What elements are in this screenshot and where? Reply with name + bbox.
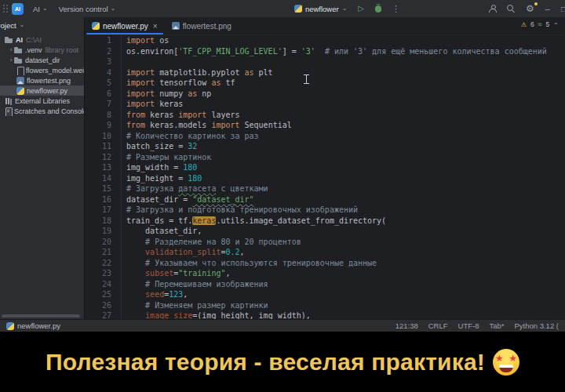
- line-number[interactable]: 27: [85, 310, 111, 319]
- chevron-right-icon[interactable]: ›: [8, 57, 14, 64]
- code-text: # Размеры картинок: [111, 152, 211, 163]
- line-number[interactable]: 19: [85, 226, 111, 237]
- code-line[interactable]: 12# Размеры картинок: [85, 152, 565, 163]
- line-number[interactable]: 17: [85, 205, 111, 216]
- code-line[interactable]: 1import os: [85, 35, 565, 46]
- minimize-button[interactable]: –: [540, 0, 556, 17]
- code-text: # Изменяем размер картинки: [111, 300, 268, 311]
- code-line[interactable]: 19 dataset_dir,: [85, 226, 565, 237]
- code-line[interactable]: 23 subset="training",: [85, 268, 565, 279]
- collapse-icon[interactable]: ⌄: [553, 21, 559, 28]
- main-toolbar: AI AI ⌄ Version control ⌄ newflower ⌄ ▷ …: [0, 0, 565, 17]
- code-text: from keras import layers: [111, 110, 240, 121]
- line-number[interactable]: 2: [85, 46, 111, 57]
- chevron-right-icon[interactable]: ›: [8, 47, 14, 53]
- tree-item-scratches[interactable]: Scratches and Consoles: [0, 106, 84, 116]
- debug-button[interactable]: [370, 0, 387, 17]
- code-line[interactable]: 22 # Указываем что используются трениров…: [85, 258, 565, 269]
- code-line[interactable]: 10# Количество картинок за раз: [85, 131, 565, 142]
- tree-item-dataset-dir[interactable]: › dataset_dir: [0, 55, 84, 65]
- line-number[interactable]: 15: [85, 183, 111, 194]
- code-line[interactable]: 24 # Перемешиваем изображения: [85, 279, 565, 290]
- line-number[interactable]: 26: [85, 300, 111, 311]
- line-number[interactable]: 13: [85, 162, 111, 173]
- line-number[interactable]: 22: [85, 258, 111, 269]
- code-text: import tensorflow as tf: [111, 78, 235, 89]
- python-interpreter[interactable]: Python 3.12 (: [514, 321, 559, 330]
- maximize-button[interactable]: □: [556, 0, 565, 17]
- project-menu[interactable]: AI ⌄: [27, 0, 53, 17]
- line-number[interactable]: 14: [85, 173, 111, 184]
- line-number[interactable]: 11: [85, 141, 111, 152]
- line-number[interactable]: 10: [85, 131, 111, 142]
- line-number[interactable]: 6: [85, 89, 111, 100]
- caret-position[interactable]: 121:38: [396, 321, 418, 330]
- indent-style[interactable]: Tab*: [489, 321, 504, 330]
- line-number[interactable]: 20: [85, 237, 111, 248]
- line-number[interactable]: 7: [85, 99, 111, 110]
- close-icon[interactable]: ×: [153, 22, 158, 31]
- line-number[interactable]: 24: [85, 279, 111, 290]
- code-line[interactable]: 27 image_size=(img_height, img_width),: [85, 310, 565, 319]
- star-struck-emoji: ★ ★: [493, 349, 519, 376]
- line-number[interactable]: 8: [85, 110, 111, 121]
- code-line[interactable]: 20 # Разделение на 80 и 20 процентов: [85, 237, 565, 248]
- line-number[interactable]: 25: [85, 289, 111, 300]
- code-line[interactable]: 2os.environ['TF_CPP_MIN_LOG_LEVEL'] = '3…: [85, 46, 565, 57]
- horizontal-scrollbar[interactable]: [2, 314, 80, 318]
- code-line[interactable]: 4import matplotlib.pyplot as plt: [85, 67, 565, 78]
- code-line[interactable]: 9from keras.models import Sequential: [85, 120, 565, 131]
- line-number[interactable]: 21: [85, 247, 111, 258]
- line-number[interactable]: 5: [85, 78, 111, 89]
- code-line[interactable]: 15# Загрузка датасета с цветками: [85, 183, 565, 194]
- project-badge[interactable]: AI: [12, 3, 24, 15]
- code-text: import os: [111, 35, 169, 46]
- tree-item-external-libraries[interactable]: External Libraries: [0, 96, 84, 106]
- tree-item-ai-root[interactable]: AI C:\AI: [0, 34, 84, 45]
- search-everywhere-button[interactable]: [501, 0, 520, 17]
- line-number[interactable]: 16: [85, 194, 111, 205]
- code-line[interactable]: 3: [85, 56, 565, 67]
- more-actions-button[interactable]: ⋮: [387, 4, 405, 14]
- code-line[interactable]: 26 # Изменяем размер картинки: [85, 300, 565, 311]
- code-line[interactable]: 7import keras: [85, 99, 565, 110]
- tree-item-venv[interactable]: › .venv library root: [0, 45, 84, 55]
- code-line[interactable]: 11batch_size = 32: [85, 141, 565, 152]
- tab-flowertest-png[interactable]: flowertest.png: [165, 17, 239, 34]
- code-line[interactable]: 14img_height = 180: [85, 173, 565, 184]
- file-encoding[interactable]: UTF-8: [458, 321, 479, 330]
- code-with-me-button[interactable]: [483, 0, 501, 17]
- folder-icon: [14, 56, 23, 64]
- line-number[interactable]: 1: [85, 35, 111, 46]
- tree-item-newflower-py[interactable]: newflower.py: [0, 85, 84, 96]
- code-line[interactable]: 18train_ds = tf.keras.utils.image_datase…: [85, 216, 565, 227]
- status-file[interactable]: newflower.py: [6, 321, 60, 330]
- code-line[interactable]: 6import numpy as np: [85, 89, 565, 100]
- tree-item-flowers-model[interactable]: flowers_model.weights.h5: [0, 65, 84, 75]
- play-icon: ▷: [358, 5, 364, 13]
- tab-newflower-py[interactable]: newflower.py ×: [85, 17, 165, 34]
- code-line[interactable]: 8from keras import layers: [85, 110, 565, 121]
- code-line[interactable]: 13img_width = 180: [85, 162, 565, 173]
- code-line[interactable]: 16dataset_dir = "dataset_dir": [85, 194, 565, 205]
- code-line[interactable]: 5import tensorflow as tf: [85, 78, 565, 89]
- line-number[interactable]: 23: [85, 268, 111, 279]
- project-panel-header[interactable]: Project ⌄: [0, 17, 84, 33]
- run-button[interactable]: ▷: [352, 0, 370, 17]
- line-number[interactable]: 12: [85, 152, 111, 163]
- screenshot-root: AI AI ⌄ Version control ⌄ newflower ⌄ ▷ …: [0, 0, 565, 392]
- inspections-widget[interactable]: ⚠ 6 ≈ 5 ⌄: [521, 20, 559, 28]
- line-ending[interactable]: CRLF: [428, 321, 448, 330]
- line-number[interactable]: 18: [85, 216, 111, 227]
- code-line[interactable]: 21 validation_split=0.2,: [85, 247, 565, 258]
- code-line[interactable]: 25 seed=123,: [85, 289, 565, 300]
- run-configuration[interactable]: newflower ⌄: [289, 0, 352, 17]
- settings-button[interactable]: ⚙: [520, 0, 540, 17]
- tree-item-flowertest-png[interactable]: flowertest.png: [0, 75, 84, 85]
- vcs-menu[interactable]: Version control ⌄: [53, 0, 122, 17]
- line-number[interactable]: 4: [85, 67, 111, 78]
- code-editor[interactable]: 1import os2os.environ['TF_CPP_MIN_LOG_LE…: [85, 35, 565, 319]
- line-number[interactable]: 9: [85, 120, 111, 131]
- line-number[interactable]: 3: [85, 56, 111, 67]
- code-line[interactable]: 17# Загрузка и подготовка тренировочных …: [85, 205, 565, 216]
